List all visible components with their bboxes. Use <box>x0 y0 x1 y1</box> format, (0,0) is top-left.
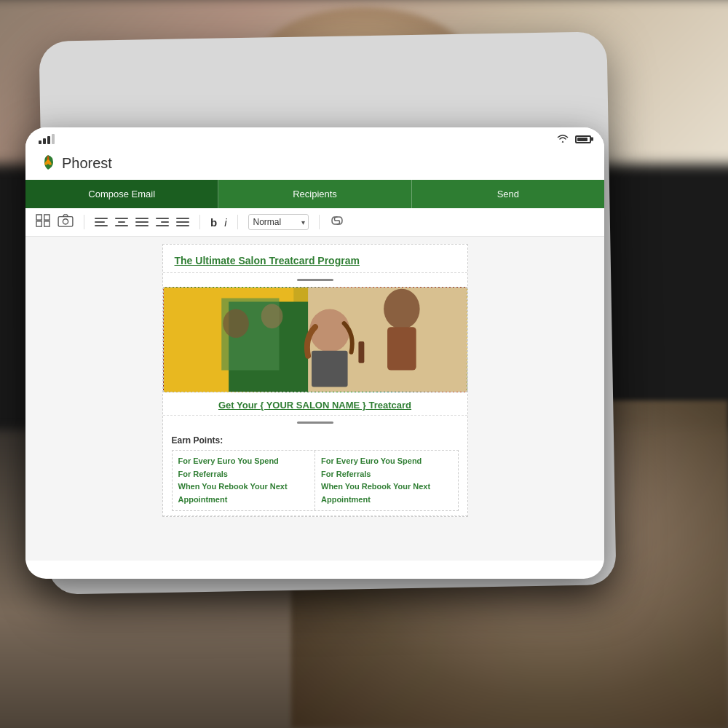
email-content-area[interactable]: The Ultimate Salon Treatcard Program <box>25 237 604 561</box>
grid-icon[interactable] <box>36 214 50 230</box>
divider-line-1 <box>297 279 333 281</box>
tab-compose-email[interactable]: Compose Email <box>25 180 218 208</box>
signal-bar-4 <box>52 134 55 144</box>
tablet-device: Phorest Compose Email Recipients Send <box>25 127 604 579</box>
toolbar-divider-2 <box>199 215 200 229</box>
treatcard-divider <box>163 416 467 430</box>
wifi-icon <box>556 133 569 145</box>
svg-rect-19 <box>358 341 364 363</box>
tab-recipients[interactable]: Recipients <box>218 180 411 208</box>
title-divider <box>163 273 467 287</box>
earn-points-section: Earn Points: For Every Euro You Spend Fo… <box>163 430 467 516</box>
tab-send[interactable]: Send <box>412 180 604 208</box>
toolbar-divider-1 <box>84 215 84 229</box>
status-right <box>556 133 591 145</box>
svg-rect-14 <box>387 327 416 370</box>
points-col-2: For Every Euro You Spend For Referrals W… <box>315 451 458 510</box>
svg-point-0 <box>562 141 563 143</box>
points-col1-text: For Every Euro You Spend For Referrals W… <box>178 455 309 506</box>
svg-point-18 <box>261 304 282 328</box>
align-full-icon[interactable] <box>176 218 189 226</box>
italic-button[interactable]: i <box>224 216 226 229</box>
svg-rect-5 <box>58 217 73 227</box>
divider-line-2 <box>297 422 333 424</box>
treatcard-section: Get Your { YOUR SALON NAME } Treatcard <box>163 392 467 416</box>
treatcard-title-text: Get Your { YOUR SALON NAME } Treatcard <box>175 400 456 411</box>
signal-bars <box>39 134 55 144</box>
image-insert-icon[interactable] <box>58 214 74 230</box>
points-grid: For Every Euro You Spend For Referrals W… <box>172 450 459 511</box>
bold-button[interactable]: b <box>210 216 217 229</box>
phorest-logo: Phorest <box>39 154 112 173</box>
logo-leaf-icon <box>39 154 58 173</box>
format-select-wrapper: Normal Heading 1 Heading 2 Heading 3 <box>248 214 309 230</box>
signal-bar-2 <box>43 138 46 144</box>
link-icon[interactable] <box>330 215 344 229</box>
svg-rect-3 <box>36 221 41 226</box>
signal-bar-1 <box>39 141 41 144</box>
email-frame: The Ultimate Salon Treatcard Program <box>162 244 468 517</box>
align-center-icon[interactable] <box>115 218 128 226</box>
align-right-icon[interactable] <box>156 218 169 226</box>
status-bar <box>25 127 604 148</box>
svg-point-6 <box>63 219 68 224</box>
align-left-icon[interactable] <box>95 218 108 226</box>
toolbar-divider-4 <box>319 215 320 229</box>
format-select[interactable]: Normal Heading 1 Heading 2 Heading 3 <box>248 214 309 230</box>
svg-point-13 <box>384 289 420 329</box>
svg-rect-1 <box>36 215 41 220</box>
app-name-label: Phorest <box>62 155 112 172</box>
points-col2-text: For Every Euro You Spend For Referrals W… <box>321 455 452 506</box>
svg-rect-16 <box>312 351 348 387</box>
salon-image <box>163 287 467 392</box>
svg-rect-4 <box>44 221 50 226</box>
signal-bar-3 <box>47 136 50 144</box>
svg-point-17 <box>223 309 249 338</box>
points-col-1: For Every Euro You Spend For Referrals W… <box>173 451 316 510</box>
email-title-section: The Ultimate Salon Treatcard Program <box>163 245 467 273</box>
toolbar-divider-3 <box>237 215 238 229</box>
nav-tabs: Compose Email Recipients Send <box>25 180 604 208</box>
logo-bar: Phorest <box>25 148 604 180</box>
earn-points-label: Earn Points: <box>172 435 459 446</box>
align-justify-icon[interactable] <box>135 218 149 226</box>
battery-icon <box>575 135 591 143</box>
editor-toolbar: b i Normal Heading 1 Heading 2 Heading 3 <box>25 208 604 237</box>
email-title-text: The Ultimate Salon Treatcard Program <box>175 255 456 266</box>
svg-rect-2 <box>44 215 50 220</box>
